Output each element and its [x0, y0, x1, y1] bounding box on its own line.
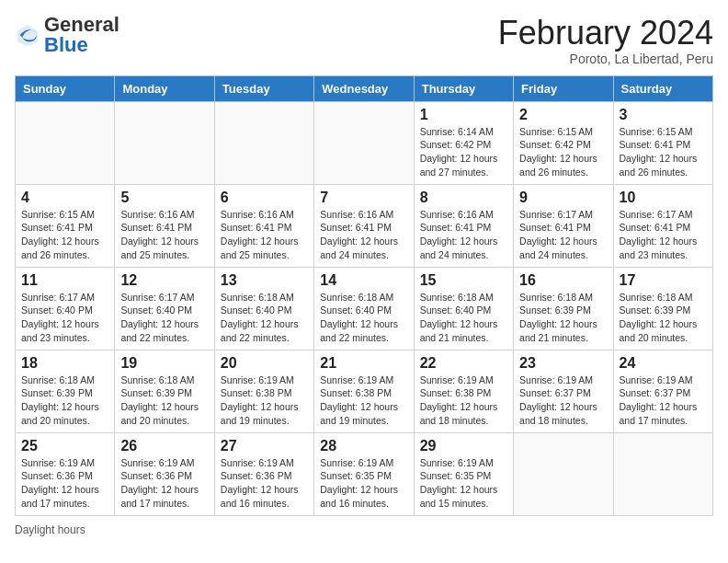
- days-of-week-row: SundayMondayTuesdayWednesdayThursdayFrid…: [16, 75, 713, 101]
- day-number: 13: [221, 272, 308, 289]
- calendar-week-row: 11Sunrise: 6:17 AM Sunset: 6:40 PM Dayli…: [16, 267, 713, 350]
- day-number: 18: [21, 355, 108, 372]
- day-number: 26: [120, 438, 208, 454]
- calendar-cell: 9Sunrise: 6:17 AM Sunset: 6:41 PM Daylig…: [514, 184, 613, 267]
- day-info: Sunrise: 6:17 AM Sunset: 6:41 PM Dayligh…: [519, 208, 607, 262]
- day-number: 11: [21, 272, 108, 289]
- calendar-cell: 24Sunrise: 6:19 AM Sunset: 6:37 PM Dayli…: [613, 350, 712, 432]
- day-info: Sunrise: 6:19 AM Sunset: 6:36 PM Dayligh…: [221, 456, 308, 511]
- day-info: Sunrise: 6:19 AM Sunset: 6:37 PM Dayligh…: [620, 373, 707, 428]
- day-number: 16: [519, 272, 607, 289]
- day-number: 4: [21, 190, 108, 206]
- day-number: 27: [221, 438, 308, 454]
- dow-header: Saturday: [613, 75, 712, 101]
- title-area: February 2024 Poroto, La Libertad, Peru: [498, 15, 713, 66]
- day-info: Sunrise: 6:15 AM Sunset: 6:41 PM Dayligh…: [21, 208, 108, 262]
- dow-header: Tuesday: [214, 75, 313, 101]
- dow-header: Wednesday: [314, 75, 414, 101]
- location: Poroto, La Libertad, Peru: [498, 52, 713, 66]
- day-info: Sunrise: 6:16 AM Sunset: 6:41 PM Dayligh…: [320, 208, 407, 262]
- day-info: Sunrise: 6:17 AM Sunset: 6:41 PM Dayligh…: [620, 208, 707, 262]
- day-number: 17: [620, 272, 707, 289]
- day-number: 2: [519, 107, 607, 123]
- dow-header: Friday: [514, 75, 613, 101]
- calendar-cell: 3Sunrise: 6:15 AM Sunset: 6:41 PM Daylig…: [613, 101, 712, 184]
- day-number: 21: [320, 355, 407, 372]
- calendar-cell: 15Sunrise: 6:18 AM Sunset: 6:40 PM Dayli…: [414, 267, 513, 350]
- day-number: 9: [519, 190, 607, 206]
- calendar-week-row: 25Sunrise: 6:19 AM Sunset: 6:36 PM Dayli…: [16, 432, 713, 515]
- calendar-cell: [16, 101, 115, 184]
- dow-header: Thursday: [414, 75, 513, 101]
- calendar-body: 1Sunrise: 6:14 AM Sunset: 6:42 PM Daylig…: [16, 101, 713, 515]
- day-info: Sunrise: 6:16 AM Sunset: 6:41 PM Dayligh…: [120, 208, 208, 262]
- day-info: Sunrise: 6:15 AM Sunset: 6:41 PM Dayligh…: [620, 125, 707, 179]
- day-info: Sunrise: 6:18 AM Sunset: 6:39 PM Dayligh…: [21, 373, 108, 428]
- day-info: Sunrise: 6:17 AM Sunset: 6:40 PM Dayligh…: [120, 291, 208, 345]
- day-number: 23: [519, 355, 607, 372]
- footer-note: Daylight hours: [15, 523, 713, 536]
- calendar-cell: 13Sunrise: 6:18 AM Sunset: 6:40 PM Dayli…: [214, 267, 313, 350]
- calendar-cell: 12Sunrise: 6:17 AM Sunset: 6:40 PM Dayli…: [115, 267, 214, 350]
- header: General Blue February 2024 Poroto, La Li…: [15, 15, 713, 66]
- day-number: 25: [21, 438, 108, 454]
- day-number: 24: [620, 355, 707, 372]
- calendar-cell: 5Sunrise: 6:16 AM Sunset: 6:41 PM Daylig…: [115, 184, 214, 267]
- calendar-cell: 1Sunrise: 6:14 AM Sunset: 6:42 PM Daylig…: [414, 101, 513, 184]
- calendar-cell: 4Sunrise: 6:15 AM Sunset: 6:41 PM Daylig…: [16, 184, 115, 267]
- calendar-cell: 11Sunrise: 6:17 AM Sunset: 6:40 PM Dayli…: [16, 267, 115, 350]
- calendar-cell: 21Sunrise: 6:19 AM Sunset: 6:38 PM Dayli…: [314, 350, 414, 432]
- day-number: 28: [320, 438, 407, 454]
- svg-marker-0: [17, 25, 38, 47]
- calendar-cell: [115, 101, 214, 184]
- day-number: 6: [221, 190, 308, 206]
- day-info: Sunrise: 6:19 AM Sunset: 6:38 PM Dayligh…: [221, 373, 308, 428]
- day-number: 19: [120, 355, 208, 372]
- day-info: Sunrise: 6:19 AM Sunset: 6:35 PM Dayligh…: [320, 456, 407, 511]
- day-info: Sunrise: 6:18 AM Sunset: 6:40 PM Dayligh…: [420, 291, 507, 345]
- logo-icon: [15, 22, 40, 48]
- calendar-cell: 22Sunrise: 6:19 AM Sunset: 6:38 PM Dayli…: [414, 350, 513, 432]
- day-info: Sunrise: 6:19 AM Sunset: 6:36 PM Dayligh…: [21, 456, 108, 511]
- day-number: 5: [120, 190, 208, 206]
- calendar-cell: 23Sunrise: 6:19 AM Sunset: 6:37 PM Dayli…: [514, 350, 613, 432]
- calendar-cell: 7Sunrise: 6:16 AM Sunset: 6:41 PM Daylig…: [314, 184, 414, 267]
- day-number: 7: [320, 190, 407, 206]
- day-number: 22: [420, 355, 507, 372]
- calendar-cell: 28Sunrise: 6:19 AM Sunset: 6:35 PM Dayli…: [314, 432, 414, 515]
- day-number: 8: [420, 190, 507, 206]
- logo-text: General Blue: [44, 15, 119, 55]
- calendar-cell: [613, 432, 712, 515]
- calendar-cell: 20Sunrise: 6:19 AM Sunset: 6:38 PM Dayli…: [214, 350, 313, 432]
- day-number: 20: [221, 355, 308, 372]
- logo: General Blue: [15, 15, 119, 55]
- day-info: Sunrise: 6:15 AM Sunset: 6:42 PM Dayligh…: [519, 125, 607, 179]
- day-info: Sunrise: 6:19 AM Sunset: 6:38 PM Dayligh…: [420, 373, 507, 428]
- day-info: Sunrise: 6:16 AM Sunset: 6:41 PM Dayligh…: [221, 208, 308, 262]
- calendar-cell: 29Sunrise: 6:19 AM Sunset: 6:35 PM Dayli…: [414, 432, 513, 515]
- calendar-cell: 17Sunrise: 6:18 AM Sunset: 6:39 PM Dayli…: [613, 267, 712, 350]
- calendar-cell: 27Sunrise: 6:19 AM Sunset: 6:36 PM Dayli…: [214, 432, 313, 515]
- calendar-week-row: 1Sunrise: 6:14 AM Sunset: 6:42 PM Daylig…: [16, 101, 713, 184]
- day-info: Sunrise: 6:18 AM Sunset: 6:39 PM Dayligh…: [519, 291, 607, 345]
- day-info: Sunrise: 6:18 AM Sunset: 6:40 PM Dayligh…: [221, 291, 308, 345]
- calendar-cell: 25Sunrise: 6:19 AM Sunset: 6:36 PM Dayli…: [16, 432, 115, 515]
- day-info: Sunrise: 6:19 AM Sunset: 6:38 PM Dayligh…: [320, 373, 407, 428]
- day-number: 10: [620, 190, 707, 206]
- calendar-cell: 19Sunrise: 6:18 AM Sunset: 6:39 PM Dayli…: [115, 350, 214, 432]
- day-number: 15: [420, 272, 507, 289]
- day-number: 14: [320, 272, 407, 289]
- month-title: February 2024: [498, 15, 713, 52]
- day-info: Sunrise: 6:16 AM Sunset: 6:41 PM Dayligh…: [420, 208, 507, 262]
- day-info: Sunrise: 6:17 AM Sunset: 6:40 PM Dayligh…: [21, 291, 108, 345]
- calendar-table: SundayMondayTuesdayWednesdayThursdayFrid…: [15, 75, 713, 516]
- calendar-cell: [514, 432, 613, 515]
- dow-header: Monday: [115, 75, 214, 101]
- calendar-cell: 2Sunrise: 6:15 AM Sunset: 6:42 PM Daylig…: [514, 101, 613, 184]
- day-info: Sunrise: 6:18 AM Sunset: 6:39 PM Dayligh…: [120, 373, 208, 428]
- calendar-cell: 18Sunrise: 6:18 AM Sunset: 6:39 PM Dayli…: [16, 350, 115, 432]
- day-info: Sunrise: 6:19 AM Sunset: 6:37 PM Dayligh…: [519, 373, 607, 428]
- calendar-cell: [214, 101, 313, 184]
- calendar-cell: 14Sunrise: 6:18 AM Sunset: 6:40 PM Dayli…: [314, 267, 414, 350]
- calendar-week-row: 4Sunrise: 6:15 AM Sunset: 6:41 PM Daylig…: [16, 184, 713, 267]
